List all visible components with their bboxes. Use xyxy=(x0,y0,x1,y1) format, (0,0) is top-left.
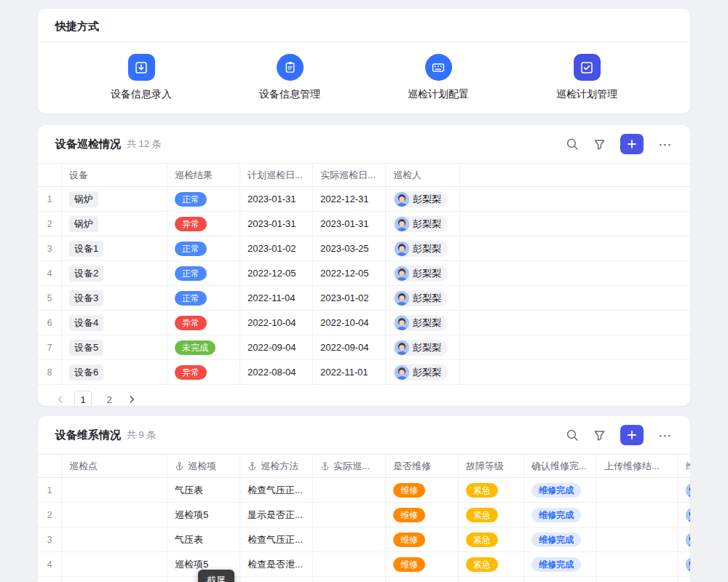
avatar xyxy=(395,217,409,231)
inspector-cell: 彭梨梨 xyxy=(386,187,460,211)
column-header-point[interactable]: 巡检点 xyxy=(62,455,167,477)
prev-page-icon[interactable] xyxy=(55,394,66,404)
column-header-repair[interactable]: 是否维修 xyxy=(386,455,459,477)
row-filler xyxy=(460,236,690,260)
upload-cell xyxy=(597,527,678,551)
column-label: 巡检方法 xyxy=(261,460,298,473)
maintenance-card-header: 设备维系情况 共 9 条 ⋯ xyxy=(38,416,690,454)
inspector-cell: 彭梨梨 xyxy=(386,335,460,359)
column-header-level[interactable]: 故障等级 xyxy=(459,455,524,477)
table-row[interactable]: 3 设备1 正常 2023-01-02 2023-03-25 彭梨梨 xyxy=(38,236,690,261)
actual-cell xyxy=(313,577,386,582)
add-record-button[interactable] xyxy=(620,425,644,445)
point-cell xyxy=(62,527,167,551)
column-header-upload[interactable]: 上传维修结... xyxy=(597,455,678,477)
table-row[interactable]: 5 设备3 正常 2022-11-04 2023-01-02 彭梨梨 xyxy=(38,286,690,311)
column-header-actual[interactable]: 实际巡检日... xyxy=(313,164,386,186)
shortcut-label: 设备信息管理 xyxy=(259,88,320,101)
lookup-anchor-icon xyxy=(320,461,330,471)
avatar xyxy=(395,316,409,330)
column-header-actual[interactable]: 实际巡... xyxy=(313,455,386,477)
table-row[interactable]: 6 设备4 异常 2022-10-04 2022-10-04 彭梨梨 xyxy=(38,311,690,335)
table-row[interactable]: 5 巡检项5 显示是否正... 维修 紧急 维修完成 xyxy=(38,577,690,582)
last-cell xyxy=(678,577,690,582)
point-cell xyxy=(62,552,167,576)
device-cell: 锅炉 xyxy=(62,187,167,211)
table-row[interactable]: 2 锅炉 异常 2023-01-31 2023-01-31 彭梨梨 xyxy=(38,212,690,236)
actual-date: 2022-12-05 xyxy=(313,261,386,285)
page-button-1[interactable]: 1 xyxy=(74,391,92,406)
column-header-device[interactable]: 设备 xyxy=(62,164,167,186)
maintenance-toolbar: ⋯ xyxy=(566,425,673,445)
level-badge: 紧急 xyxy=(466,533,498,547)
search-icon[interactable] xyxy=(566,428,579,442)
device-cell: 设备1 xyxy=(62,236,167,260)
person-chip: 彭梨梨 xyxy=(393,241,448,257)
row-number: 7 xyxy=(38,335,62,359)
shortcut-plan-manage[interactable]: 巡检计划管理 xyxy=(513,54,661,101)
actual-cell xyxy=(313,552,386,576)
filter-icon[interactable] xyxy=(593,138,606,151)
shortcut-plan-config[interactable]: 巡检计划配置 xyxy=(364,54,513,101)
add-record-button[interactable] xyxy=(620,134,644,154)
result-cell: 未完成 xyxy=(167,335,240,359)
column-header-last[interactable]: 维... xyxy=(678,455,690,477)
upload-cell xyxy=(597,478,678,502)
table-row[interactable]: 1 气压表 检查气压正... 维修 紧急 维修完成 xyxy=(38,478,690,503)
table-row[interactable]: 8 设备6 异常 2022-08-04 2022-11-01 彭梨梨 xyxy=(38,360,690,385)
plan-config-icon xyxy=(425,54,452,81)
more-menu-icon[interactable]: ⋯ xyxy=(658,428,673,442)
shortcuts-card: 快捷方式 设备信息录入 设备信息管理 xyxy=(38,9,690,113)
table-row[interactable]: 1 锅炉 正常 2023-01-31 2022-12-31 彭梨梨 xyxy=(38,187,690,212)
point-cell xyxy=(62,577,167,582)
next-page-icon[interactable] xyxy=(127,394,137,404)
result-cell: 正常 xyxy=(167,286,240,310)
shortcuts-header: 快捷方式 xyxy=(38,9,690,42)
column-header-planned[interactable]: 计划巡检日... xyxy=(240,164,313,186)
search-icon[interactable] xyxy=(566,137,579,151)
row-number: 3 xyxy=(38,527,62,551)
shortcut-device-entry[interactable]: 设备信息录入 xyxy=(67,54,215,101)
table-row[interactable]: 3 气压表 检查气压正... 维修 紧急 维修完成 xyxy=(38,527,690,552)
result-cell: 异常 xyxy=(167,212,240,236)
result-cell: 正常 xyxy=(167,236,240,260)
actual-date: 2022-12-31 xyxy=(313,187,386,211)
device-chip: 设备4 xyxy=(69,315,103,331)
planned-date: 2022-12-05 xyxy=(240,261,313,285)
filter-icon[interactable] xyxy=(593,429,606,442)
screenshot-tooltip[interactable]: 截屏 xyxy=(198,570,234,582)
person-chip: 彭梨梨 xyxy=(393,191,448,207)
row-number: 4 xyxy=(38,261,62,285)
planned-date: 2022-11-04 xyxy=(240,286,313,310)
column-header-confirm[interactable]: 确认维修完... xyxy=(524,455,597,477)
result-badge: 正常 xyxy=(175,192,207,207)
shortcut-device-manage[interactable]: 设备信息管理 xyxy=(215,54,364,101)
row-number: 3 xyxy=(38,236,62,260)
page-button-2[interactable]: 2 xyxy=(100,391,118,406)
column-header-method[interactable]: 巡检方法 xyxy=(240,455,313,477)
upload-cell xyxy=(597,552,678,576)
confirm-badge: 维修完成 xyxy=(531,508,581,522)
column-header-inspector[interactable]: 巡检人 xyxy=(386,164,460,186)
row-number: 5 xyxy=(38,577,62,582)
more-menu-icon[interactable]: ⋯ xyxy=(658,137,673,151)
device-cell: 设备3 xyxy=(62,286,167,310)
table-row[interactable]: 4 巡检项5 检查是否泄... 维修 紧急 维修完成 xyxy=(38,552,690,577)
inspector-cell: 彭梨梨 xyxy=(386,286,460,310)
table-row[interactable]: 7 设备5 未完成 2022-09-04 2022-09-04 彭梨梨 xyxy=(38,335,690,360)
table-row[interactable]: 4 设备2 正常 2022-12-05 2022-12-05 彭梨梨 xyxy=(38,261,690,286)
row-number: 5 xyxy=(38,286,62,310)
table-row[interactable]: 2 巡检项5 显示是否正... 维修 紧急 维修完成 xyxy=(38,503,690,527)
repair-cell: 维修 xyxy=(386,552,459,576)
inspection-title: 设备巡检情况 xyxy=(55,137,121,151)
column-header-result[interactable]: 巡检结果 xyxy=(167,164,240,186)
column-header-item[interactable]: 巡检项 xyxy=(167,455,240,477)
last-cell xyxy=(678,527,690,551)
avatar xyxy=(686,557,690,572)
method-cell: 检查是否泄... xyxy=(240,552,313,576)
maintenance-title: 设备维系情况 xyxy=(55,428,121,442)
method-cell: 检查气压正... xyxy=(240,478,313,502)
device-chip: 设备1 xyxy=(69,241,103,257)
device-chip: 设备3 xyxy=(69,290,103,306)
inspector-cell: 彭梨梨 xyxy=(386,212,460,236)
